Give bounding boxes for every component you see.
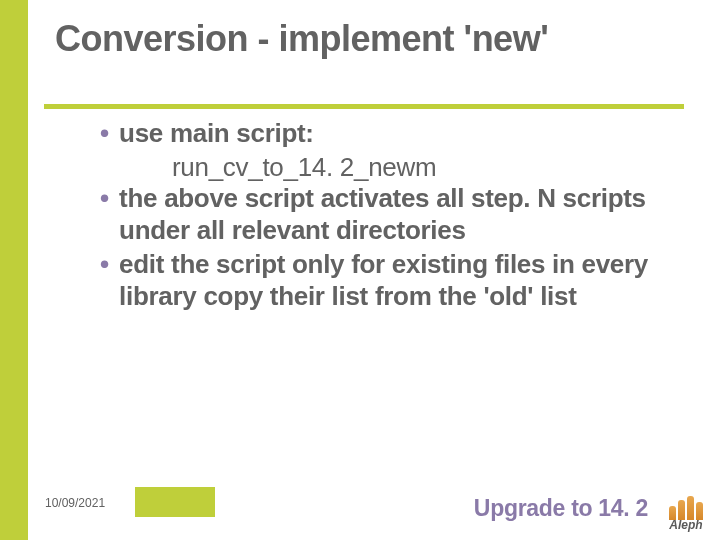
bullet-icon: • (100, 183, 109, 214)
bullet-item: • the above script activates all step. N… (100, 183, 660, 246)
bullet-subtext: run_cv_to_14. 2_newm (172, 152, 660, 184)
bullet-item: • edit the script only for existing file… (100, 249, 660, 312)
slide-title: Conversion - implement 'new' (55, 18, 548, 59)
slide: Conversion - implement 'new' • use main … (0, 0, 720, 540)
bullet-icon: • (100, 118, 109, 149)
aleph-logo: Aleph (660, 490, 712, 532)
slide-content: • use main script: run_cv_to_14. 2_newm … (100, 118, 660, 314)
logo-text: Aleph (669, 518, 702, 532)
left-accent-bar (0, 0, 28, 540)
slide-date: 10/09/2021 (45, 496, 105, 510)
bullet-text: the above script activates all step. N s… (119, 183, 660, 246)
bullet-icon: • (100, 249, 109, 280)
footer-accent-bar (135, 487, 215, 517)
bullet-text: use main script: (119, 118, 314, 150)
bullet-text: edit the script only for existing files … (119, 249, 660, 312)
logo-bars-icon (669, 496, 703, 520)
title-underline (44, 104, 684, 109)
footer-title: Upgrade to 14. 2 (474, 495, 648, 522)
bullet-item: • use main script: (100, 118, 660, 150)
